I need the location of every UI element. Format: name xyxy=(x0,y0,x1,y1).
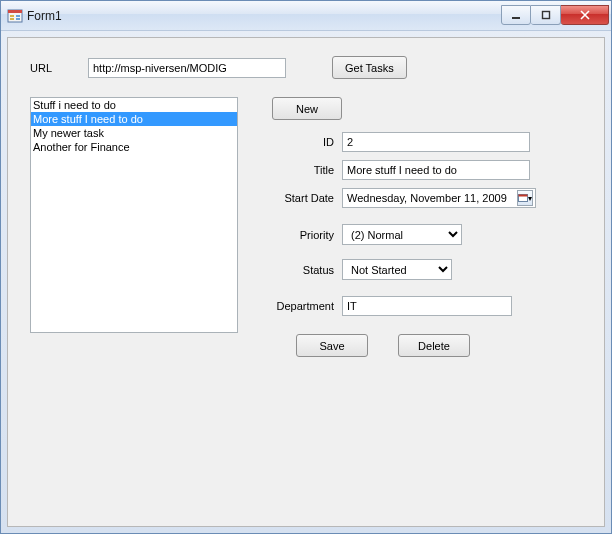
form-icon xyxy=(7,8,23,24)
title-label: Title xyxy=(268,164,342,176)
title-input[interactable] xyxy=(342,160,530,180)
start-date-label: Start Date xyxy=(268,192,342,204)
svg-rect-4 xyxy=(16,15,20,17)
svg-rect-1 xyxy=(8,10,22,13)
window-controls xyxy=(501,5,609,25)
form-client-area: URL Get Tasks Stuff i need to doMore stu… xyxy=(7,37,605,527)
svg-rect-3 xyxy=(10,18,14,20)
svg-rect-6 xyxy=(512,17,520,19)
svg-rect-9 xyxy=(519,195,528,197)
url-label: URL xyxy=(30,62,88,74)
list-item[interactable]: Another for Finance xyxy=(31,140,237,154)
id-label: ID xyxy=(268,136,342,148)
get-tasks-button[interactable]: Get Tasks xyxy=(332,56,407,79)
delete-button[interactable]: Delete xyxy=(398,334,470,357)
close-button[interactable] xyxy=(561,5,609,25)
task-listbox[interactable]: Stuff i need to doMore stuff I need to d… xyxy=(30,97,238,333)
priority-select[interactable]: (2) Normal xyxy=(342,224,462,245)
list-item[interactable]: My newer task xyxy=(31,126,237,140)
titlebar[interactable]: Form1 xyxy=(1,1,611,31)
svg-rect-2 xyxy=(10,15,14,17)
start-date-value: Wednesday, November 11, 2009 xyxy=(347,192,517,204)
task-detail-panel: New ID Title Start Date Wednesday, Novem… xyxy=(268,97,582,357)
url-row: URL Get Tasks xyxy=(30,56,582,79)
minimize-button[interactable] xyxy=(501,5,531,25)
start-date-picker[interactable]: Wednesday, November 11, 2009 ▾ xyxy=(342,188,536,208)
department-label: Department xyxy=(268,300,342,312)
priority-label: Priority xyxy=(268,229,342,241)
window-title: Form1 xyxy=(27,9,62,23)
department-input[interactable] xyxy=(342,296,512,316)
list-item[interactable]: More stuff I need to do xyxy=(31,112,237,126)
status-label: Status xyxy=(268,264,342,276)
new-button[interactable]: New xyxy=(272,97,342,120)
list-item[interactable]: Stuff i need to do xyxy=(31,98,237,112)
window: Form1 URL Get Tasks Stuff i need to doMo… xyxy=(0,0,612,534)
save-button[interactable]: Save xyxy=(296,334,368,357)
calendar-dropdown-icon[interactable]: ▾ xyxy=(517,190,533,206)
svg-rect-7 xyxy=(542,11,549,18)
maximize-button[interactable] xyxy=(531,5,561,25)
url-input[interactable] xyxy=(88,58,286,78)
id-input[interactable] xyxy=(342,132,530,152)
svg-rect-5 xyxy=(16,18,20,20)
status-select[interactable]: Not Started xyxy=(342,259,452,280)
